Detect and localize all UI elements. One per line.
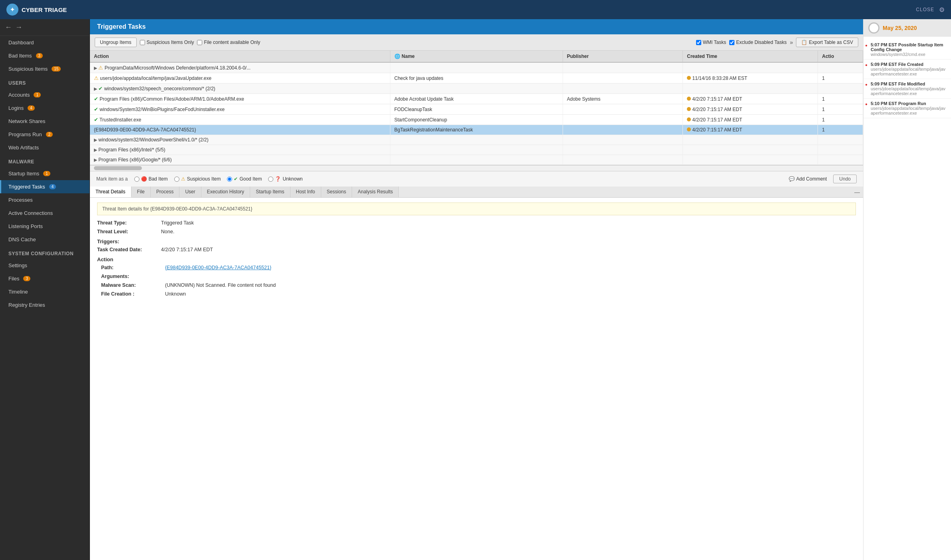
sidebar-item-label-accounts: Accounts <box>8 92 30 98</box>
sidebar-item-timeline[interactable]: Timeline <box>0 285 90 298</box>
expand-button[interactable]: ▶ <box>94 86 97 91</box>
path-value[interactable]: {E984D939-0E00-4DD9-AC3A-7ACA04745521} <box>165 265 271 270</box>
sidebar-item-suspicious-items[interactable]: Suspicious Items15 <box>0 62 90 75</box>
good-item-radio-label[interactable]: ✔ Good Item <box>227 176 262 182</box>
expand-button[interactable]: ▶ <box>94 137 97 143</box>
wmi-tasks-label: WMI Tasks <box>703 40 726 45</box>
detail-tab-file[interactable]: File <box>131 187 151 197</box>
bad-item-radio-label[interactable]: 🔴 Bad Item <box>134 176 168 182</box>
sidebar-item-listening-ports[interactable]: Listening Ports <box>0 220 90 233</box>
sidebar-item-programs-run[interactable]: Programs Run2 <box>0 128 90 141</box>
expand-button[interactable]: ▶ <box>94 157 97 163</box>
horizontal-scrollbar[interactable] <box>90 165 863 171</box>
sidebar-item-processes[interactable]: Processes <box>0 193 90 207</box>
sidebar-item-startup-items[interactable]: Startup Items1 <box>0 167 90 180</box>
sidebar-section-header-system-configuration: System Configuration <box>0 246 90 259</box>
sidebar-item-label-suspicious-items: Suspicious Items <box>8 66 48 72</box>
suspicious-only-checkbox-label[interactable]: Suspicious Items Only <box>140 40 194 45</box>
exclude-disabled-checkbox-label[interactable]: Exclude Disabled Tasks <box>729 40 787 45</box>
table-row[interactable]: ▶ ⚠ ProgramData/Microsoft/Windows Defend… <box>90 62 863 73</box>
file-content-checkbox[interactable] <box>197 40 202 45</box>
badge-logins: 4 <box>28 105 35 111</box>
close-button[interactable]: CLOSE <box>916 7 934 12</box>
cell-publisher <box>563 155 683 165</box>
good-item-radio[interactable] <box>227 177 232 182</box>
detail-tab-sessions[interactable]: Sessions <box>321 187 352 197</box>
detail-tab-host-info[interactable]: Host Info <box>290 187 321 197</box>
sidebar-item-settings[interactable]: Settings <box>0 259 90 272</box>
timeline-events: 5:07 PM EST Possible Startup Item Config… <box>863 37 951 121</box>
exclude-disabled-checkbox[interactable] <box>729 40 734 45</box>
bad-item-radio[interactable] <box>134 177 139 182</box>
cell-actio: 1 <box>818 73 863 83</box>
table-row[interactable]: ✔ TrustedInstaller.exeStartComponentClea… <box>90 115 863 125</box>
sidebar-item-bad-items[interactable]: Bad Items3 <box>0 49 90 62</box>
app-logo: ✦ CYBER TRIAGE <box>6 4 67 16</box>
nav-forward-button[interactable]: → <box>15 23 22 32</box>
table-row[interactable]: ▶ windows/system32/WindowsPowerShell/v1.… <box>90 135 863 145</box>
wmi-tasks-checkbox-label[interactable]: WMI Tasks <box>696 40 726 45</box>
sidebar-item-active-connections[interactable]: Active Connections <box>0 207 90 220</box>
task-created-label: Task Created Date: <box>97 247 161 252</box>
cell-action: ▶ Program Files (x86)/Intel/* (5/5) <box>90 145 390 155</box>
suspicious-item-radio-label[interactable]: ⚠ Suspicious Item <box>174 176 221 182</box>
detail-tab-startup-items[interactable]: Startup Items <box>250 187 290 197</box>
detail-tab-threat-details[interactable]: Threat Details <box>90 187 131 197</box>
threat-type-value: Triggered Task <box>161 220 194 226</box>
sidebar-item-label-programs-run: Programs Run <box>8 131 42 137</box>
sidebar-item-label-bad-items: Bad Items <box>8 53 32 59</box>
sidebar-item-triggered-tasks[interactable]: Triggered Tasks4 <box>0 180 90 193</box>
table-row[interactable]: ⚠ users/jdoe/appdata/local/temp/java/Jav… <box>90 73 863 83</box>
sidebar-item-dashboard[interactable]: Dashboard <box>0 36 90 49</box>
detail-tab-user[interactable]: User <box>179 187 201 197</box>
add-comment-button[interactable]: 💬 Add Comment <box>789 176 827 182</box>
table-row[interactable]: ▶ Program Files (x86)/Google/* (6/6) <box>90 155 863 165</box>
timeline-event: 5:09 PM EST File Modifiedusers/jdoe/appd… <box>863 79 951 99</box>
name-icon: 🌐 <box>394 54 400 59</box>
expand-button[interactable]: ▶ <box>94 66 97 71</box>
table-row[interactable]: ▶ ✔ windows/system32/speech_onecore/comm… <box>90 83 863 94</box>
unknown-radio-label[interactable]: ❓ Unknown <box>268 176 302 182</box>
sidebar-item-web-artifacts[interactable]: Web Artifacts <box>0 141 90 154</box>
ungroup-items-button[interactable]: Ungroup Items <box>95 38 137 47</box>
export-csv-button[interactable]: 📋 Export Table as CSV <box>796 38 858 47</box>
settings-icon[interactable]: ⚙ <box>939 6 945 14</box>
sidebar-item-network-shares[interactable]: Network Shares <box>0 115 90 128</box>
cell-actio <box>818 145 863 155</box>
sidebar-item-label-active-connections: Active Connections <box>8 210 53 216</box>
expand-button[interactable]: ▶ <box>94 147 97 153</box>
table-row[interactable]: {E984D939-0E00-4DD9-AC3A-7ACA04745521}Bg… <box>90 125 863 135</box>
table-row[interactable]: ✔ windows/System32/WinBioPlugins/FaceFod… <box>90 104 863 115</box>
detail-tab-execution-history[interactable]: Execution History <box>201 187 250 197</box>
more-options-button[interactable]: » <box>790 39 793 46</box>
sidebar-item-files[interactable]: Files3 <box>0 272 90 285</box>
wmi-tasks-checkbox[interactable] <box>696 40 701 45</box>
hscroll-thumb[interactable] <box>94 166 142 170</box>
cell-created: 4/2/20 7:15:17 AM EDT <box>683 104 818 115</box>
sidebar-item-accounts[interactable]: Accounts1 <box>0 88 90 101</box>
unknown-radio[interactable] <box>268 177 273 182</box>
nav-back-button[interactable]: ← <box>5 23 12 32</box>
cell-publisher <box>563 62 683 73</box>
sidebar-item-dns-cache[interactable]: DNS Cache <box>0 233 90 246</box>
table-row[interactable]: ✔ Program Files (x86)/Common Files/Adobe… <box>90 94 863 104</box>
detail-tab-analysis-results[interactable]: Analysis Results <box>352 187 399 197</box>
col-header-name: 🌐 Name <box>390 51 563 62</box>
threat-level-field: Threat Level: None. <box>97 229 856 234</box>
detail-tab-process[interactable]: Process <box>151 187 179 197</box>
sidebar-item-registry-entries[interactable]: Registry Entries <box>0 298 90 312</box>
collapse-button[interactable]: — <box>851 187 863 197</box>
cell-created: 11/14/16 8:33:28 AM EST <box>683 73 818 83</box>
timeline-event: 5:07 PM EST Possible Startup Item Config… <box>863 40 951 60</box>
file-content-checkbox-label[interactable]: File content available Only <box>197 40 260 45</box>
export-icon: 📋 <box>801 40 807 45</box>
detail-tabs: Threat DetailsFileProcessUserExecution H… <box>90 187 863 198</box>
suspicious-only-checkbox[interactable] <box>140 40 145 45</box>
triggered-tasks-table: Action 🌐 Name Publisher Created Time Act… <box>90 51 863 165</box>
sidebar: ← → DashboardBad Items3Suspicious Items1… <box>0 19 90 560</box>
suspicious-item-radio[interactable] <box>174 177 179 182</box>
undo-button[interactable]: Undo <box>833 175 857 183</box>
unknown-label: Unknown <box>283 176 302 182</box>
table-row[interactable]: ▶ Program Files (x86)/Intel/* (5/5) <box>90 145 863 155</box>
sidebar-item-logins[interactable]: Logins4 <box>0 101 90 115</box>
